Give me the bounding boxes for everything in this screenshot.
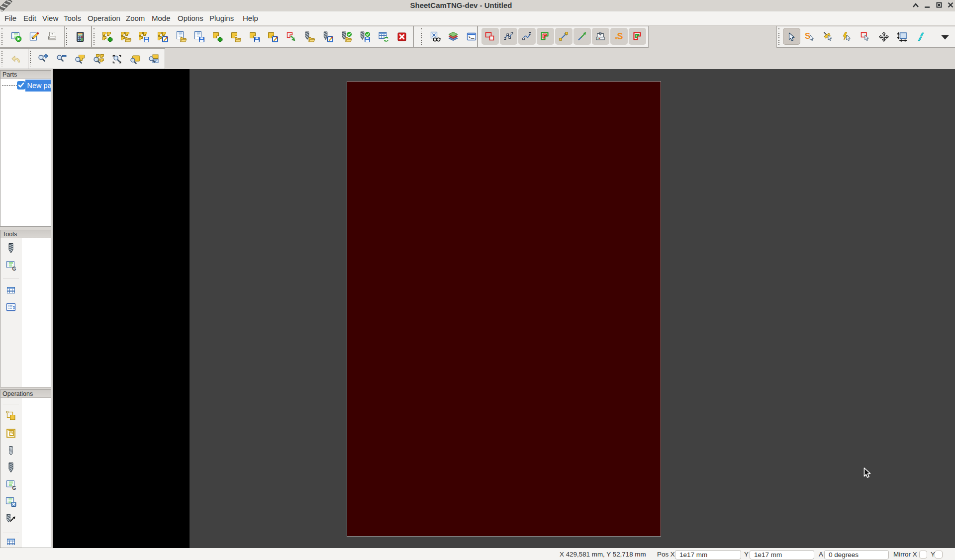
svg-text:G: G (12, 485, 16, 491)
svg-text:G: G (12, 266, 16, 272)
svg-text:S: S (617, 31, 623, 41)
svg-text:S: S (805, 31, 810, 41)
